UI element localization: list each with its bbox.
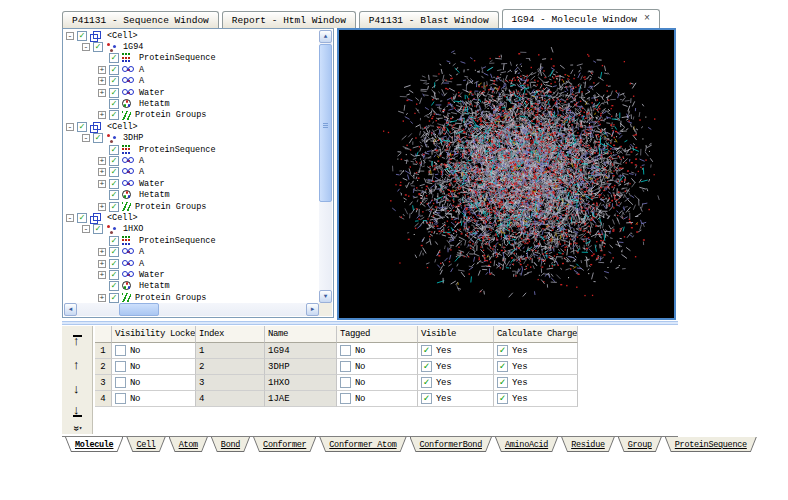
- visibility-locked-cell[interactable]: No: [112, 391, 196, 407]
- molecule-3d-view[interactable]: [337, 28, 676, 320]
- sheet-tab[interactable]: Residue: [561, 437, 615, 452]
- header-name[interactable]: Name: [265, 326, 337, 343]
- tree-checkbox[interactable]: ✓: [109, 179, 119, 189]
- visible-cell[interactable]: ✓ Yes: [418, 343, 494, 359]
- expander-icon[interactable]: -: [66, 32, 74, 40]
- tree-checkbox[interactable]: ✓: [109, 259, 119, 269]
- expander-icon[interactable]: +: [98, 89, 106, 97]
- calculate-charges-cell[interactable]: ✓ Yes: [494, 359, 578, 375]
- visibility-locked-cell[interactable]: No: [112, 359, 196, 375]
- tree-item[interactable]: + ✓ A: [64, 167, 319, 178]
- tree-checkbox[interactable]: ✓: [109, 76, 119, 86]
- expander-icon[interactable]: +: [98, 168, 106, 176]
- expander-icon[interactable]: +: [98, 157, 106, 165]
- tree-item[interactable]: + ✓ A: [64, 64, 319, 75]
- expander-icon[interactable]: -: [66, 123, 74, 131]
- tree-checkbox[interactable]: ✓: [77, 213, 87, 223]
- tagged-cell[interactable]: No: [337, 391, 418, 407]
- tagged-cell[interactable]: No: [337, 359, 418, 375]
- tree-item[interactable]: + ✓ A: [64, 76, 319, 87]
- visibility-locked-checkbox[interactable]: [115, 393, 126, 404]
- calculate-charges-checkbox[interactable]: ✓: [497, 361, 508, 372]
- visibility-locked-checkbox[interactable]: [115, 345, 126, 356]
- more-rows-button[interactable]: »▾: [66, 418, 88, 438]
- expander-icon[interactable]: -: [82, 225, 90, 233]
- window-tab[interactable]: P41131 - Sequence Window: [62, 11, 219, 28]
- tree-item[interactable]: - ✓ <Cell>: [64, 121, 319, 132]
- visible-checkbox[interactable]: ✓: [421, 377, 432, 388]
- tree-horizontal-scrollbar[interactable]: ◄ ►: [64, 303, 319, 316]
- table-row[interactable]: 1 No 1 1G94 No ✓ Yes ✓ Yes: [95, 343, 678, 359]
- expander-icon[interactable]: +: [98, 248, 106, 256]
- calculate-charges-checkbox[interactable]: ✓: [497, 393, 508, 404]
- header-visible[interactable]: Visible: [418, 326, 494, 343]
- expander-icon[interactable]: -: [82, 43, 90, 51]
- scroll-up-icon[interactable]: ▲: [319, 30, 332, 43]
- tree-item[interactable]: + ✓ Protein Groups: [64, 110, 319, 121]
- tree-checkbox[interactable]: ✓: [109, 145, 119, 155]
- sheet-tab[interactable]: AminoAcid: [495, 437, 558, 452]
- tree-item[interactable]: + ✓ Water: [64, 87, 319, 98]
- tree-checkbox[interactable]: ✓: [109, 270, 119, 280]
- visible-checkbox[interactable]: ✓: [421, 345, 432, 356]
- tree-item[interactable]: ✓ ProteinSequence: [64, 53, 319, 64]
- tree-checkbox[interactable]: ✓: [77, 31, 87, 41]
- tree-item[interactable]: ✓ ProteinSequence: [64, 144, 319, 155]
- visible-cell[interactable]: ✓ Yes: [418, 375, 494, 391]
- tree-item[interactable]: ✓ ProteinSequence: [64, 235, 319, 246]
- window-tab[interactable]: 1G94 - Molecule Window ×: [502, 9, 660, 28]
- tree-item[interactable]: + ✓ A: [64, 155, 319, 166]
- calculate-charges-checkbox[interactable]: ✓: [497, 345, 508, 356]
- sheet-tab[interactable]: Conformer: [253, 437, 316, 452]
- calculate-charges-cell[interactable]: ✓ Yes: [494, 375, 578, 391]
- panel-splitter[interactable]: [62, 321, 678, 325]
- tree-checkbox[interactable]: ✓: [109, 99, 119, 109]
- tree-checkbox[interactable]: ✓: [109, 110, 119, 120]
- expander-icon[interactable]: -: [66, 214, 74, 222]
- visible-cell[interactable]: ✓ Yes: [418, 359, 494, 375]
- move-to-top-button[interactable]: ↑: [66, 331, 88, 351]
- move-up-button[interactable]: ↑: [66, 355, 88, 375]
- molecule-render-canvas[interactable]: [339, 30, 674, 318]
- tree-checkbox[interactable]: ✓: [109, 167, 119, 177]
- tree-checkbox[interactable]: ✓: [109, 202, 119, 212]
- tree-checkbox[interactable]: ✓: [109, 65, 119, 75]
- tree-checkbox[interactable]: ✓: [109, 247, 119, 257]
- tagged-checkbox[interactable]: [340, 345, 351, 356]
- scroll-down-icon[interactable]: ▼: [319, 290, 332, 303]
- tree-item[interactable]: ✓ Hetatm: [64, 281, 319, 292]
- horizontal-scroll-thumb[interactable]: [119, 303, 159, 316]
- expander-icon[interactable]: +: [98, 203, 106, 211]
- expander-icon[interactable]: +: [98, 180, 106, 188]
- expander-icon[interactable]: +: [98, 271, 106, 279]
- sheet-tab[interactable]: Conformer Atom: [319, 437, 406, 452]
- sheet-tab[interactable]: Bond: [211, 437, 250, 452]
- tagged-cell[interactable]: No: [337, 343, 418, 359]
- tagged-checkbox[interactable]: [340, 393, 351, 404]
- visible-checkbox[interactable]: ✓: [421, 361, 432, 372]
- sheet-tab[interactable]: Atom: [169, 437, 208, 452]
- visibility-locked-cell[interactable]: No: [112, 343, 196, 359]
- scroll-right-icon[interactable]: ►: [306, 303, 319, 316]
- window-tab[interactable]: Report - Html Window: [222, 11, 356, 28]
- close-icon[interactable]: ×: [644, 15, 650, 23]
- tree-checkbox[interactable]: ✓: [109, 293, 119, 303]
- tree-checkbox[interactable]: ✓: [77, 122, 87, 132]
- header-visibility-locked[interactable]: Visibility Locked: [112, 326, 196, 343]
- tree-item[interactable]: - ✓ 3DHP: [64, 133, 319, 144]
- visibility-locked-checkbox[interactable]: [115, 361, 126, 372]
- calculate-charges-cell[interactable]: ✓ Yes: [494, 391, 578, 407]
- expander-icon[interactable]: +: [98, 111, 106, 119]
- scroll-left-icon[interactable]: ◄: [64, 303, 77, 316]
- tree-item[interactable]: + ✓ Water: [64, 178, 319, 189]
- calculate-charges-cell[interactable]: ✓ Yes: [494, 343, 578, 359]
- expander-icon[interactable]: +: [98, 77, 106, 85]
- tree-item[interactable]: + ✓ A: [64, 258, 319, 269]
- sheet-tab[interactable]: Group: [618, 437, 662, 452]
- visibility-locked-checkbox[interactable]: [115, 377, 126, 388]
- header-calculate-charges[interactable]: Calculate Charges: [494, 326, 578, 343]
- header-tagged[interactable]: Tagged: [337, 326, 418, 343]
- tree-item[interactable]: ✓ Hetatm: [64, 98, 319, 109]
- table-row[interactable]: 3 No 3 1HXO No ✓ Yes ✓ Yes: [95, 375, 678, 391]
- tree-item[interactable]: - ✓ 1G94: [64, 41, 319, 52]
